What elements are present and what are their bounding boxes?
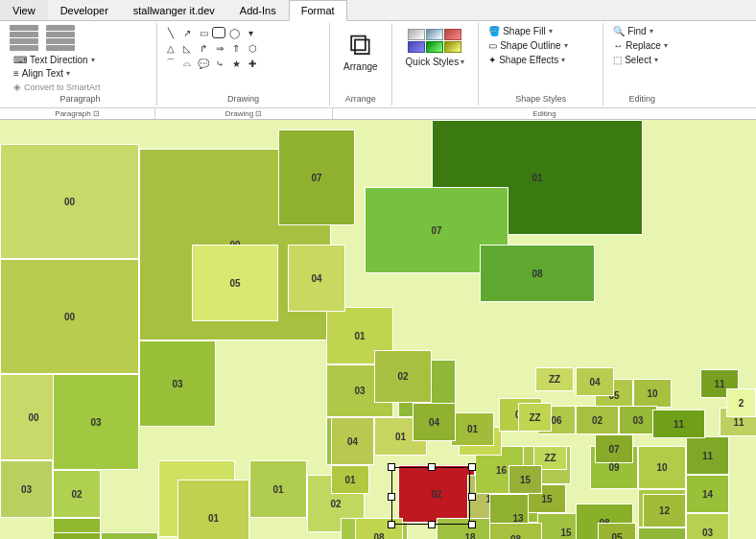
map-region-r74: ZZ [518,403,552,432]
rect-shape[interactable]: ▭ [196,25,211,40]
line-shape[interactable]: ╲ [163,25,178,40]
triangle-shape[interactable]: △ [163,40,178,56]
callout-shape[interactable]: 💬 [196,56,211,71]
find-btn[interactable]: 🔍 Find ▾ [609,25,674,37]
drawing-label: Drawing [157,94,329,104]
arrange-btn[interactable]: ⧉ Arrange [336,25,386,76]
tab-format[interactable]: Format [289,0,347,21]
shape-fill-btn[interactable]: 🪣 Shape Fill ▾ [484,25,597,37]
convert-icon: ◈ [13,82,21,92]
map-region-r14: 05 [53,532,101,539]
selection-handle-7[interactable] [468,521,476,528]
map-region-r73: 04 [413,403,456,441]
arrange-label: Arrange [330,94,391,104]
ribbon-content: ⌨ Text Direction ▾ ≡ Align Text ▾ ◈ Conv… [0,21,756,107]
map-region-r62: 08 [355,518,403,539]
selection-handle-4[interactable] [468,493,476,501]
bent-arrow[interactable]: ↱ [196,40,211,56]
map-area: 0000000701070800030206030305040102060201… [0,120,756,539]
map-region-r44: 02 [576,406,619,434]
rounded-rect[interactable] [212,27,225,38]
replace-icon: ↔ [613,40,623,51]
editing-group: 🔍 Find ▾ ↔ Replace ▾ ⬚ Select ▾ Editing [603,23,680,105]
effects-icon: ✦ [488,55,496,65]
selection-handle-2[interactable] [468,463,476,471]
oval-shape[interactable]: ◯ [226,25,242,40]
para-bar-label: Paragraph ⊡ [0,108,155,119]
shape-options-group: 🪣 Shape Fill ▾ ▭ Shape Outline ▾ ✦ Shape… [479,23,603,105]
drawing-content: ╲ ↗ ▭ ◯ ▾ △ ◺ ↱ ⇒ ⇑ ⬡ ⌒ [163,25,323,104]
map-region-r77: 04 [288,245,345,312]
map-region-r63: 15 [508,465,542,494]
rt-triangle[interactable]: ◺ [179,40,195,56]
fill-icon: 🪣 [488,26,500,36]
align-icon: ≡ [13,68,19,79]
map-region-r76: 05 [192,245,278,321]
ribbon-tabs: View Developer stallwanger it.dev Add-In… [0,0,756,21]
tab-addins[interactable]: Add-Ins [227,0,289,20]
selection-handle-5[interactable] [388,521,395,528]
replace-btn[interactable]: ↔ Replace ▾ [609,39,674,52]
connector[interactable]: ⤷ [212,56,227,71]
map-region-r13: 03 [0,460,53,518]
map-region-r64: 01 [331,465,369,494]
text-dir-icon: ⌨ [13,55,27,65]
shape-styles-label: Shape Styles [479,94,602,104]
map-region-r56: 08 [489,523,542,539]
cross-shape[interactable]: ✚ [245,56,260,71]
select-btn[interactable]: ⬚ Select ▾ [609,54,674,66]
shape-outline-btn[interactable]: ▭ Shape Outline ▾ [484,39,597,52]
selection-handle-6[interactable] [428,521,436,528]
text-direction-btn[interactable]: ⌨ Text Direction ▾ [10,54,151,66]
quick-styles-group: Quick Styles ▾ [392,23,480,105]
map-region-r31: 10 [638,446,686,489]
up-arrow[interactable]: ⇑ [228,40,244,56]
shape-effects-btn[interactable]: ✦ Shape Effects ▾ [484,54,597,66]
arrow-shape[interactable]: ↗ [179,25,195,40]
ribbon: View Developer stallwanger it.dev Add-In… [0,0,756,120]
more-shapes[interactable]: ▾ [243,25,258,40]
quick-styles-btn[interactable]: Quick Styles ▾ [398,25,473,71]
map-region-r48: 12 [643,494,686,527]
edit-bar-label: Editing [333,108,756,119]
tab-view[interactable]: View [0,0,48,20]
map-region-r12: 03 [139,340,216,427]
selection-handle-1[interactable] [428,463,436,471]
style-swatches [408,29,461,53]
map-region-r36: 03 [686,513,729,539]
map-region-r15: 04 [101,532,158,539]
convert-smartart-btn[interactable]: ◈ Convert to SmartArt [10,81,151,93]
double-arrow[interactable]: ⇒ [212,40,227,56]
map-region-r34: 11 [686,436,729,475]
map-region-r70: 01 [451,412,494,446]
map-region-r10: 02 [53,470,101,518]
paragraph-label: Paragraph [4,94,156,104]
shape6[interactable]: ⬡ [245,40,260,56]
map-region-r68: 02 [374,350,432,403]
tab-developer[interactable]: Developer [48,0,121,20]
map-region-r7: 08 [480,245,595,302]
draw-bar-label: Drawing ⊡ [155,108,333,119]
shapes-row-3: ⌒ ⌓ 💬 ⤷ ★ ✚ [163,56,323,71]
outline-icon: ▭ [488,40,497,51]
align-text-btn[interactable]: ≡ Align Text ▾ [10,67,151,80]
editing-label: Editing [603,94,680,104]
map-region-r16: 01 [249,460,307,518]
selection-handle-3[interactable] [388,493,395,501]
arc-shape[interactable]: ⌓ [179,56,195,71]
curve-shape[interactable]: ⌒ [163,56,178,71]
select-icon: ⬚ [613,55,622,65]
group-labels-bar: Paragraph ⊡ Drawing ⊡ Editing [0,107,756,119]
map-region-r2: 00 [0,259,139,374]
drawing-group: ╲ ↗ ▭ ◯ ▾ △ ◺ ↱ ⇒ ⇑ ⬡ ⌒ [157,23,330,105]
tab-stallwanger[interactable]: stallwanger it.dev [121,0,227,20]
shapes-row-1: ╲ ↗ ▭ ◯ ▾ [163,25,323,40]
selection-handle-0[interactable] [388,463,395,471]
paragraph-group: ⌨ Text Direction ▾ ≡ Align Text ▾ ◈ Conv… [4,23,157,105]
map-region-r9: 03 [53,374,139,470]
map-region-r21: 02 [398,465,475,523]
star-shape[interactable]: ★ [228,56,244,71]
map-region-r42: 10 [633,379,672,408]
map-region-r80: 01 [177,480,249,539]
map-region-r72: 04 [331,417,374,465]
